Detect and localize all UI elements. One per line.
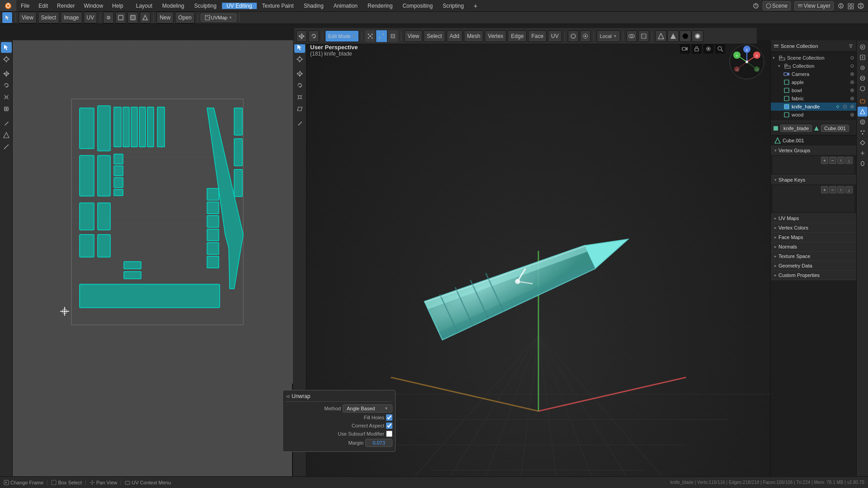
- tool-select[interactable]: [1, 42, 12, 53]
- workspace-layout[interactable]: Layout: [132, 3, 157, 9]
- vp-vertex-btn[interactable]: Vertex: [485, 30, 506, 42]
- tree-apple[interactable]: apple: [771, 78, 856, 86]
- ct-scale[interactable]: [294, 92, 305, 103]
- vp-edge-btn[interactable]: Edge: [508, 30, 527, 42]
- camera-vis-icon[interactable]: [850, 72, 854, 76]
- tree-scene-collection[interactable]: ▾ Scene Collection: [771, 54, 856, 62]
- vp-vis-icon[interactable]: [703, 44, 713, 54]
- vp-mode-selector[interactable]: Edit Mode ▼: [325, 30, 359, 42]
- vp-xray-btn[interactable]: [638, 30, 649, 42]
- shade-solid[interactable]: [667, 30, 679, 42]
- workspace-add[interactable]: +: [469, 2, 482, 9]
- bottom-uv-context[interactable]: UV Context Menu: [125, 480, 171, 485]
- tree-collection[interactable]: ▾ Collection: [771, 62, 856, 70]
- vertex-colors-header[interactable]: ▸ Vertex Colors: [771, 223, 856, 232]
- tool-measure[interactable]: [1, 130, 12, 141]
- sk-down-btn[interactable]: ↓: [845, 186, 853, 193]
- vp-search-icon[interactable]: [715, 44, 725, 54]
- vg-add-btn[interactable]: +: [821, 157, 828, 164]
- object-name-badge[interactable]: knife_blade: [780, 125, 812, 132]
- vp-face-btn[interactable]: Face: [528, 30, 547, 42]
- vp-overlay-btn[interactable]: [626, 30, 637, 42]
- vp-cam-icon[interactable]: [680, 44, 690, 54]
- sk-up-btn[interactable]: ↑: [837, 186, 844, 193]
- prop-physics-icon[interactable]: [858, 138, 868, 148]
- prop-output-icon[interactable]: [858, 52, 868, 62]
- uv-new-btn[interactable]: New: [156, 12, 174, 23]
- uv-uv-btn[interactable]: UV: [84, 12, 98, 23]
- custom-props-header[interactable]: ▸ Custom Properties: [771, 271, 856, 280]
- shade-wire[interactable]: [655, 30, 667, 42]
- tool-scale[interactable]: [1, 92, 12, 103]
- workspace-modeling[interactable]: Modeling: [158, 3, 189, 9]
- vp-proportional-btn[interactable]: [580, 30, 591, 42]
- use-subsurf-checkbox[interactable]: [386, 431, 392, 437]
- vp-mesh-btn[interactable]: Mesh: [464, 30, 483, 42]
- select-tool-btn[interactable]: [2, 12, 13, 23]
- vg-down-btn[interactable]: ↓: [845, 157, 853, 164]
- tree-wood[interactable]: wood: [771, 111, 856, 119]
- correct-aspect-checkbox[interactable]: [386, 422, 392, 429]
- menu-render[interactable]: Render: [52, 0, 79, 11]
- menu-blender-icon[interactable]: [0, 0, 16, 11]
- prop-material-icon[interactable]: [858, 117, 868, 127]
- prop-object-icon[interactable]: [858, 96, 868, 106]
- scene-name[interactable]: Scene: [763, 1, 791, 10]
- vp-edge-mode[interactable]: [376, 30, 387, 42]
- prop-scene-icon[interactable]: [858, 73, 868, 83]
- nav-gizmo[interactable]: X Y Z -X -Y: [729, 44, 765, 80]
- ct-shear[interactable]: [294, 103, 305, 114]
- vp-uv-btn[interactable]: UV: [548, 30, 562, 42]
- prop-world-icon[interactable]: [858, 84, 868, 94]
- shade-material[interactable]: [679, 30, 691, 42]
- ct-rotate[interactable]: [294, 80, 305, 91]
- workspace-rendering[interactable]: Rendering: [363, 3, 397, 9]
- bottom-box-select[interactable]: Box Select: [51, 480, 82, 485]
- tool-move[interactable]: [1, 68, 12, 79]
- tool-annotate[interactable]: [1, 118, 12, 129]
- tool-transform[interactable]: [1, 103, 12, 114]
- workspace-uv-editing[interactable]: UV Editing: [222, 3, 257, 9]
- workspace-sculpting[interactable]: Sculpting: [190, 3, 221, 9]
- method-selector[interactable]: Angle Based ▼: [343, 404, 392, 413]
- shape-keys-header[interactable]: ▾ Shape Keys: [771, 175, 856, 184]
- vp-move-btn[interactable]: [296, 30, 307, 42]
- mesh-name-badge[interactable]: Cube.001: [821, 125, 849, 132]
- uv-open-btn[interactable]: Open: [175, 12, 194, 23]
- shade-render[interactable]: [692, 30, 703, 42]
- workspace-shading[interactable]: Shading: [299, 3, 328, 9]
- workspace-animation[interactable]: Animation: [329, 3, 362, 9]
- fill-holes-checkbox[interactable]: [386, 414, 392, 421]
- prop-view-icon[interactable]: [858, 63, 868, 73]
- prop-modifiers-icon[interactable]: [858, 159, 868, 169]
- vp-add-btn[interactable]: Add: [447, 30, 462, 42]
- vp-snap-btn[interactable]: [568, 30, 579, 42]
- tree-fabric[interactable]: fabric: [771, 94, 856, 103]
- sk-remove-btn[interactable]: −: [829, 186, 836, 193]
- tool-rip[interactable]: [1, 141, 12, 152]
- menu-window[interactable]: Window: [79, 0, 108, 11]
- filter-icon[interactable]: [848, 43, 854, 49]
- face-maps-header[interactable]: ▸ Face Maps: [771, 233, 856, 242]
- normals-header[interactable]: ▸ Normals: [771, 242, 856, 251]
- bottom-pan-view[interactable]: Pan View: [90, 480, 117, 485]
- workspace-compositing[interactable]: Compositing: [398, 3, 437, 9]
- uvmap-selector[interactable]: UVMap ▼: [201, 14, 237, 22]
- vg-remove-btn[interactable]: −: [829, 157, 836, 164]
- prop-data-icon[interactable]: [858, 107, 868, 117]
- vp-face-mode[interactable]: [387, 30, 398, 42]
- bottom-change-frame[interactable]: Change Frame: [4, 480, 43, 485]
- prop-particles-icon[interactable]: [858, 127, 868, 137]
- menu-help[interactable]: Help: [108, 0, 128, 11]
- uv-image-btn[interactable]: Image: [61, 12, 82, 23]
- ct-cursor[interactable]: [294, 54, 305, 65]
- vp-view-btn[interactable]: View: [404, 30, 422, 42]
- vp-lock-icon[interactable]: [692, 44, 702, 54]
- uv-mode-edge[interactable]: [115, 12, 126, 23]
- menu-edit[interactable]: Edit: [34, 0, 52, 11]
- vp-rotate-btn[interactable]: [308, 30, 319, 42]
- tree-knife-handle[interactable]: knife_handle: [771, 103, 856, 111]
- tool-rotate[interactable]: [1, 80, 12, 91]
- uv-mode-vert[interactable]: [103, 12, 114, 23]
- tree-camera[interactable]: Camera: [771, 70, 856, 78]
